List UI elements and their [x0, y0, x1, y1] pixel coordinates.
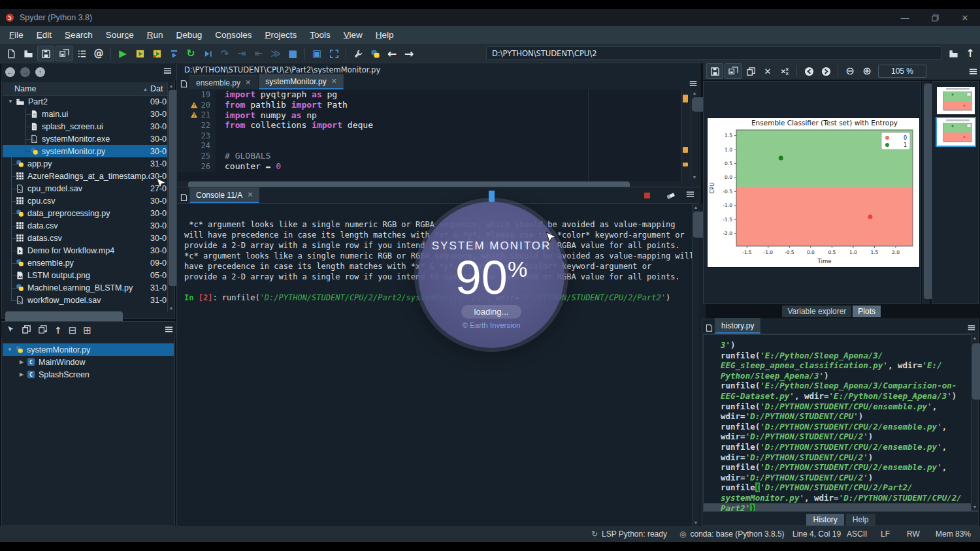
editor-code-area[interactable]: 19import pyqtgraph as pg!20from pathlib … — [178, 89, 699, 181]
browse-tabs-icon[interactable] — [178, 78, 189, 89]
file-row[interactable]: systemMonitor.exe30-0 — [3, 133, 167, 145]
history-file-icon[interactable] — [703, 322, 715, 334]
close-tab-icon[interactable]: ✕ — [247, 191, 253, 199]
step-over-icon[interactable]: ↷ — [216, 46, 233, 61]
file-row[interactable]: ▼Part209-0 — [3, 95, 167, 108]
outline-item[interactable]: ▼systemMonitor.py — [3, 343, 174, 356]
history-tab[interactable]: history.py — [715, 318, 760, 334]
explorer-back-icon[interactable]: ← — [5, 67, 15, 77]
maximize-pane-icon[interactable] — [325, 46, 342, 61]
outline-sort-up-icon[interactable]: ↑ — [54, 324, 62, 336]
outline-copy-icon[interactable] — [22, 324, 31, 337]
console-menu-icon[interactable] — [685, 189, 695, 202]
outline-copy-plus-icon[interactable] — [38, 324, 48, 337]
copy-icon[interactable] — [742, 63, 759, 79]
step-into-icon[interactable]: ⇥ — [233, 46, 250, 61]
zoom-out-icon[interactable]: ⊖ — [841, 63, 858, 79]
code-line[interactable]: 23 — [178, 131, 699, 141]
editor-menu-icon[interactable] — [687, 78, 699, 89]
run-selection-icon[interactable] — [165, 46, 182, 61]
save-icon[interactable] — [37, 46, 54, 61]
code-line[interactable]: 22from collections import deque — [178, 120, 699, 131]
column-date[interactable]: Dat — [150, 84, 167, 93]
file-row[interactable]: AzureReadings_at_a_timestamp.csv30-0 — [3, 170, 167, 182]
remove-all-icon[interactable] — [776, 63, 793, 79]
close-button[interactable]: ✕ — [950, 9, 980, 26]
bottom-tab-help[interactable]: Help — [846, 514, 875, 526]
expander-icon[interactable]: ▼ — [5, 347, 14, 353]
editor-tab[interactable]: ensemble.py✕ — [189, 75, 257, 89]
explorer-up-icon[interactable]: ↑ — [35, 67, 45, 77]
history-vscrollbar[interactable]: ▲ ▼ — [971, 334, 978, 511]
file-row[interactable]: ensemble.py09-0 — [3, 257, 167, 269]
pane-tab-variable-explorer[interactable]: Variable explorer — [782, 306, 851, 317]
plot-thumbnail[interactable] — [937, 87, 975, 114]
plots-menu-icon[interactable] — [964, 63, 980, 79]
open-icon[interactable] — [20, 46, 37, 61]
zoom-in-icon[interactable]: ⊕ — [858, 63, 875, 79]
outline-item[interactable]: ▶CSplashScreen — [3, 368, 174, 381]
explorer-hscrollbar[interactable] — [3, 311, 167, 317]
file-row[interactable]: systemMonitor.py30-0 — [3, 145, 167, 157]
code-line[interactable]: 19import pyqtgraph as pg — [178, 89, 699, 100]
continue-icon[interactable]: ≫ — [267, 46, 284, 61]
maximize-button[interactable] — [920, 9, 950, 26]
python-path-icon[interactable] — [367, 46, 384, 61]
file-row[interactable]: data.csv30-0 — [3, 219, 167, 232]
run-to-line-icon[interactable] — [199, 46, 216, 61]
expander-icon[interactable]: ▶ — [17, 359, 26, 365]
file-row[interactable]: datas.csv30-0 — [3, 232, 167, 244]
file-row[interactable]: workflow_model.sav31-0 — [3, 294, 167, 306]
plots-vscrollbar[interactable] — [923, 81, 930, 304]
code-analysis-icon[interactable]: @ — [90, 46, 107, 61]
file-row[interactable]: Demo for Workflow.mp430-0 — [3, 244, 167, 257]
outline-menu-icon[interactable] — [164, 324, 174, 337]
file-row[interactable]: data_preprocessing.py30-0 — [3, 207, 167, 219]
status-square-icon[interactable] — [638, 187, 655, 203]
file-row[interactable]: cpu.csv30-0 — [3, 195, 167, 207]
parent-up-icon[interactable]: ↑ — [962, 46, 979, 61]
menu-consoles[interactable]: Consoles — [208, 30, 258, 40]
column-name[interactable]: Name — [3, 84, 143, 93]
explorer-menu-icon[interactable] — [163, 66, 172, 78]
save-icon[interactable] — [706, 63, 723, 79]
outline-item[interactable]: ▶CMainWindow — [3, 356, 174, 368]
open-icon[interactable] — [945, 46, 962, 61]
explorer-vscrollbar[interactable]: ▲ ▼ — [167, 82, 174, 312]
code-line[interactable]: 24 — [178, 140, 699, 151]
file-row[interactable]: cpu_model.sav27-0 — [3, 182, 167, 195]
menu-search[interactable]: Search — [58, 30, 99, 40]
bottom-tab-history[interactable]: History — [806, 514, 843, 526]
stop-icon[interactable]: ■ — [284, 46, 301, 61]
file-switcher-icon[interactable] — [73, 46, 90, 61]
run-cell-icon[interactable] — [131, 46, 148, 61]
minimize-button[interactable]: — — [890, 9, 920, 26]
run-cell-advance-icon[interactable] — [148, 46, 165, 61]
file-row[interactable]: main.ui30-0 — [3, 108, 167, 120]
editor-tab[interactable]: systemMonitor.py✕ — [259, 74, 344, 89]
code-line[interactable]: 25# GLOBALS — [178, 151, 699, 161]
file-row[interactable]: MachineLearning_BLSTM.py31-0 — [3, 281, 167, 294]
menu-tools[interactable]: Tools — [303, 30, 337, 40]
eraser-icon[interactable] — [662, 187, 679, 203]
menu-debug[interactable]: Debug — [169, 30, 208, 40]
plot-thumbnail[interactable] — [937, 118, 975, 146]
menu-source[interactable]: Source — [99, 30, 140, 40]
back-icon[interactable]: ← — [384, 46, 400, 61]
history-log[interactable]: 3')runfile('E:/Python/Sleep_Apena/3/EEG_… — [703, 334, 979, 512]
outline-collapse-icon[interactable]: ⊟ — [69, 324, 77, 336]
new-window-icon[interactable]: ▣ — [308, 46, 325, 61]
rerun-icon[interactable]: ↻ — [182, 46, 199, 61]
plots-zoom-level[interactable]: 105 % — [878, 65, 926, 78]
remove-icon[interactable]: ✕ — [759, 63, 776, 79]
close-tab-icon[interactable]: ✕ — [331, 77, 337, 86]
browse-consoles-icon[interactable] — [178, 191, 189, 203]
save-all-icon[interactable] — [725, 63, 742, 79]
menu-edit[interactable]: Edit — [30, 30, 58, 40]
working-directory-input[interactable] — [486, 46, 942, 60]
forward-icon[interactable]: → — [400, 46, 417, 61]
menu-view[interactable]: View — [337, 30, 369, 40]
step-out-icon[interactable]: ⇤ — [250, 46, 267, 61]
outline-expand-icon[interactable]: ⊞ — [83, 324, 91, 336]
next-plot-icon[interactable] — [817, 63, 834, 79]
